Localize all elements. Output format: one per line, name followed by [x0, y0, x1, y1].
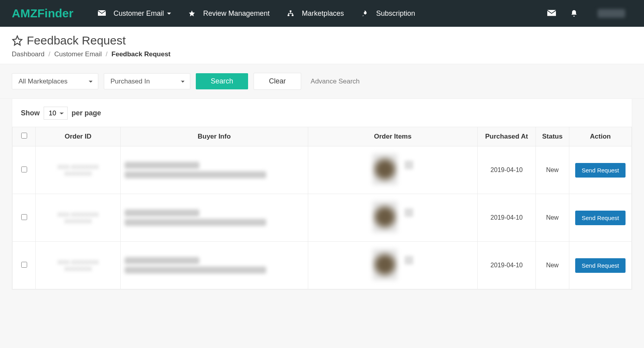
nav-marketplaces[interactable]: Marketplaces: [278, 0, 353, 27]
row-checkbox[interactable]: [21, 262, 27, 268]
nav-subscription-label: Subscription: [376, 9, 415, 18]
item-qty-blurred: [405, 208, 413, 217]
per-page-label: per page: [72, 109, 101, 117]
buyer-name-blurred: [125, 257, 199, 264]
top-navbar: AMZFinder Customer Email Review Manageme…: [0, 0, 644, 27]
star-outline-icon: [12, 35, 23, 46]
star-icon: [188, 10, 195, 17]
table-header-row: Order ID Buyer Info Order Items Purchase…: [13, 127, 632, 146]
breadcrumb-current: Feedback Request: [112, 50, 171, 58]
col-purchased-at: Purchased At: [478, 127, 536, 146]
svg-rect-1: [287, 15, 289, 16]
select-all-checkbox[interactable]: [21, 133, 27, 139]
table-row: XXX-XXXXXXXXXXXXXX 2019-04-10 New Send R…: [13, 242, 632, 289]
clear-button[interactable]: Clear: [254, 73, 301, 90]
buyer-name-blurred: [125, 209, 199, 217]
search-button[interactable]: Search: [196, 73, 248, 89]
page-title-text: Feedback Request: [27, 34, 126, 47]
col-order-id: Order ID: [36, 127, 121, 146]
item-thumbnail-blurred: [372, 201, 397, 233]
purchased-at-cell: 2019-04-10: [478, 242, 536, 289]
per-page-select[interactable]: 10: [44, 107, 68, 120]
table-row: XXX-XXXXXXXXXXXXXX 2019-04-10 New Send R…: [13, 194, 632, 242]
breadcrumb-sep: /: [48, 50, 50, 58]
page-header: Feedback Request Dashboard / Customer Em…: [0, 27, 644, 64]
buyer-email-blurred: [125, 171, 266, 178]
item-thumbnail-blurred: [372, 249, 397, 280]
row-checkbox[interactable]: [21, 167, 27, 172]
nav-user-menu[interactable]: [585, 0, 632, 27]
send-request-button[interactable]: Send Request: [575, 163, 625, 178]
col-order-items: Order Items: [308, 127, 478, 146]
purchased-at-cell: 2019-04-10: [478, 146, 536, 194]
order-id-blurred: XXX-XXXXXXXXXXXXXX: [40, 259, 116, 272]
envelope-icon: [98, 10, 106, 17]
chevron-down-icon: [167, 13, 171, 15]
buyer-email-blurred: [125, 267, 266, 274]
svg-rect-0: [290, 11, 292, 12]
status-cell: New: [535, 146, 569, 194]
envelope-icon: [547, 10, 556, 17]
nav-right: [540, 0, 632, 27]
nav-review-management-label: Review Management: [203, 9, 270, 18]
breadcrumb-sep: /: [106, 50, 108, 58]
svg-rect-2: [292, 15, 294, 16]
marketplace-select[interactable]: All Marketplaces: [12, 73, 98, 89]
user-name-blurred: [598, 9, 625, 18]
purchased-at-cell: 2019-04-10: [478, 194, 536, 242]
per-page-control: Show 10 per page: [12, 107, 632, 127]
status-cell: New: [535, 242, 569, 289]
status-cell: New: [535, 194, 569, 242]
sitemap-icon: [287, 10, 294, 17]
advance-search-link[interactable]: Advance Search: [311, 78, 360, 85]
page-title: Feedback Request: [12, 34, 632, 47]
table-row: XXX-XXXXXXXXXXXXXX 2019-04-10 New Send R…: [13, 146, 632, 194]
send-request-button[interactable]: Send Request: [575, 211, 625, 225]
content-panel: Show 10 per page Order ID Buyer Info Ord…: [12, 99, 632, 290]
col-buyer-info: Buyer Info: [120, 127, 308, 146]
nav-customer-email[interactable]: Customer Email: [89, 0, 180, 27]
row-checkbox[interactable]: [21, 214, 27, 220]
rocket-icon: [361, 10, 368, 17]
item-qty-blurred: [405, 161, 413, 169]
order-id-blurred: XXX-XXXXXXXXXXXXXX: [40, 163, 116, 177]
brand-logo[interactable]: AMZFinder: [12, 7, 74, 20]
nav-messages[interactable]: [540, 0, 563, 27]
nav-review-management[interactable]: Review Management: [180, 0, 278, 27]
show-label: Show: [21, 109, 40, 117]
filter-bar: All Marketplaces Purchased In Search Cle…: [0, 64, 644, 99]
send-request-button[interactable]: Send Request: [575, 258, 625, 273]
nav-subscription[interactable]: Subscription: [353, 0, 424, 27]
order-id-blurred: XXX-XXXXXXXXXXXXXX: [40, 211, 116, 224]
col-status: Status: [535, 127, 569, 146]
buyer-email-blurred: [125, 219, 266, 226]
nav-customer-email-label: Customer Email: [114, 9, 164, 18]
nav-notifications[interactable]: [563, 0, 585, 27]
breadcrumb-customer-email[interactable]: Customer Email: [54, 50, 102, 58]
col-select-all: [13, 127, 36, 146]
orders-table: Order ID Buyer Info Order Items Purchase…: [12, 127, 632, 289]
breadcrumb: Dashboard / Customer Email / Feedback Re…: [12, 50, 632, 58]
bell-icon: [570, 9, 578, 18]
col-action: Action: [569, 127, 631, 146]
item-thumbnail-blurred: [372, 154, 397, 185]
buyer-name-blurred: [125, 162, 199, 169]
purchased-in-select[interactable]: Purchased In: [104, 73, 190, 89]
nav-marketplaces-label: Marketplaces: [302, 9, 344, 18]
item-qty-blurred: [405, 256, 413, 265]
breadcrumb-dashboard[interactable]: Dashboard: [12, 50, 44, 58]
